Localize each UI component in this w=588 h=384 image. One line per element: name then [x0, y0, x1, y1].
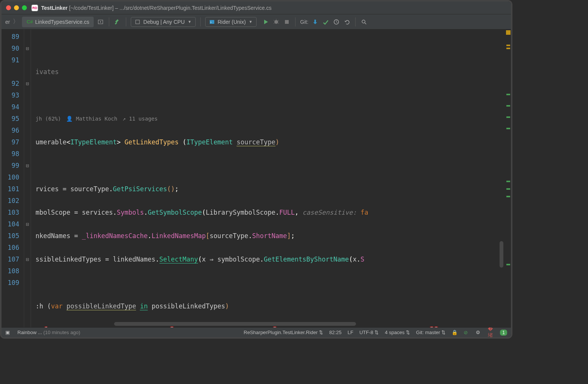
code-line: :h (var possibleLinkedType in possibleLi… [36, 300, 505, 312]
project-selector[interactable]: ReSharperPlugin.TestLinker.Rider ⇅ [244, 330, 323, 335]
cursor-position[interactable]: 82:25 [329, 330, 342, 335]
notifications-badge[interactable]: 1 [500, 330, 507, 336]
minimize-window-icon[interactable] [14, 5, 19, 10]
svg-rect-2 [136, 20, 139, 24]
code-lens[interactable]: jh (62%)👤 Matthias Koch↗ 11 usages [36, 113, 505, 125]
line-separator[interactable]: LF [348, 330, 353, 335]
code-line: umerable<ITypeElement> GetLinkedTypes (I… [36, 136, 505, 148]
code-line: ssibleLinkedTypes = linkedNames.SelectMa… [36, 254, 505, 265]
project-path: [~/code/TestLinker] [69, 5, 114, 11]
marker-bar[interactable] [505, 29, 511, 327]
status-message[interactable]: Rainbow ... (10 minutes ago) [17, 330, 80, 335]
hammer-icon[interactable] [114, 18, 121, 26]
build-config-label: Debug | Any CPU [143, 19, 184, 25]
app-icon: RD [31, 5, 38, 11]
debug-icon[interactable] [272, 18, 280, 26]
run-config-label: Rider (Unix) [218, 19, 246, 25]
git-label: Git: [300, 19, 308, 25]
code-area[interactable]: ivates jh (62%)👤 Matthias Koch↗ 11 usage… [31, 29, 505, 327]
run-icon[interactable] [262, 18, 269, 26]
svg-rect-1 [115, 22, 117, 24]
indent[interactable]: 4 spaces ⇅ [385, 330, 410, 335]
navigate-icon[interactable] [97, 18, 104, 26]
processes-icon[interactable]: ⚙ [476, 330, 482, 335]
stop-icon[interactable] [283, 18, 291, 26]
svg-point-7 [362, 20, 365, 23]
encoding[interactable]: UTF-8 ⇅ [359, 330, 379, 335]
project-name: TestLinker [41, 5, 68, 11]
sync-ok-icon[interactable]: ⊘ [464, 330, 470, 335]
editor[interactable]: 89 90 91 92 93 94 95 96 97 98 99 100 101… [2, 29, 511, 327]
chevron-down-icon: ▼ [249, 20, 252, 24]
titlebar: RD TestLinker [~/code/TestLinker] – .../… [2, 2, 511, 14]
horizontal-scrollbar[interactable] [114, 322, 356, 326]
gear-small-icon [135, 19, 140, 25]
build-config-dropdown[interactable]: Debug | Any CPU ▼ [131, 17, 195, 27]
inlay-hint: 1 [43, 325, 49, 327]
svg-point-4 [274, 20, 278, 24]
search-icon[interactable] [360, 18, 368, 26]
vertical-scrollbar[interactable] [500, 241, 503, 268]
inspection-status-icon[interactable] [506, 30, 511, 35]
window-controls [6, 5, 27, 10]
close-window-icon[interactable] [6, 5, 11, 10]
terminal-icon [209, 19, 215, 25]
maximize-window-icon[interactable] [22, 5, 27, 10]
toolbar: er 〉 C# LinkedTypesService.cs Debug | An… [2, 14, 511, 29]
svg-rect-3 [210, 20, 214, 24]
lock-icon[interactable]: 🔒 [452, 330, 458, 335]
file-tab[interactable]: C# LinkedTypesService.cs [22, 17, 94, 27]
breadcrumb-left[interactable]: er [5, 19, 10, 25]
run-config-dropdown[interactable]: Rider (Unix) ▼ [205, 17, 257, 27]
file-tab-label: LinkedTypesService.cs [35, 19, 89, 25]
git-pull-icon[interactable] [311, 18, 319, 26]
code-line: mbolScope = services.Symbols.GetSymbolSc… [36, 207, 505, 218]
window-title: TestLinker [~/code/TestLinker] – .../src… [41, 5, 271, 11]
git-commit-icon[interactable] [322, 18, 330, 26]
inlay-hint: 32 [429, 325, 439, 327]
power-icon[interactable]: �堵 [488, 326, 494, 339]
undo-icon[interactable] [343, 18, 351, 26]
code-line: ivates [36, 66, 505, 78]
history-icon[interactable] [333, 18, 340, 26]
chevron-down-icon: ▼ [188, 20, 192, 24]
code-line: nkedNames = _linkedNamesCache.LinkedName… [36, 230, 505, 242]
git-branch[interactable]: Git: master ⇅ [416, 330, 446, 335]
line-gutter[interactable]: 89 90 91 92 93 94 95 96 97 98 99 100 101… [2, 29, 24, 327]
csharp-icon: C# [26, 19, 33, 25]
tool-window-icon[interactable]: ▣ [5, 330, 11, 335]
fold-column[interactable]: ⊟ ⊟ ⊟ ⊟⊟ [24, 29, 31, 327]
file-path: .../src/dotnet/ReSharperPlugin.TestLinke… [119, 5, 271, 11]
statusbar: ▣ Rainbow ... (10 minutes ago) ReSharper… [2, 327, 511, 337]
svg-rect-5 [285, 20, 289, 24]
code-line: rvices = sourceType.GetPsiServices(); [36, 183, 505, 195]
